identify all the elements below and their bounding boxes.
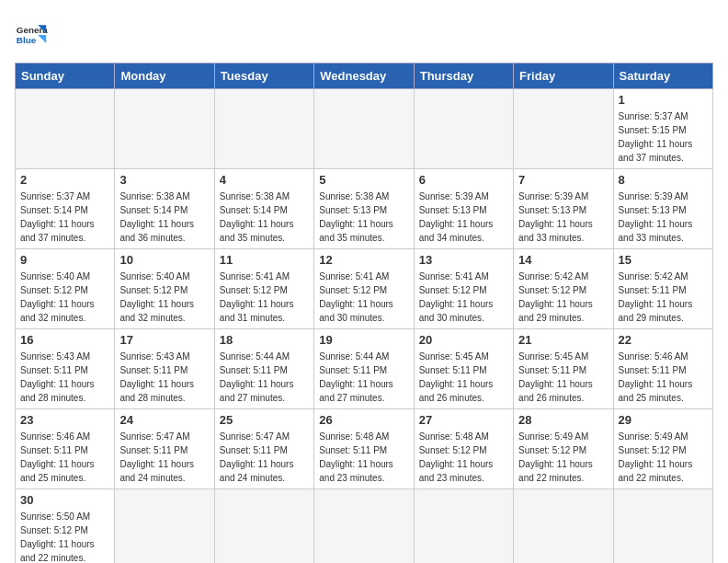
day-number: 21 bbox=[518, 333, 608, 347]
day-info: Sunrise: 5:45 AM Sunset: 5:11 PM Dayligh… bbox=[419, 350, 508, 405]
day-info: Sunrise: 5:42 AM Sunset: 5:11 PM Dayligh… bbox=[619, 270, 708, 325]
calendar-day: 27Sunrise: 5:48 AM Sunset: 5:12 PM Dayli… bbox=[414, 409, 513, 489]
calendar-day: 11Sunrise: 5:41 AM Sunset: 5:12 PM Dayli… bbox=[214, 249, 313, 329]
day-info: Sunrise: 5:43 AM Sunset: 5:11 PM Dayligh… bbox=[20, 350, 109, 405]
header-saturday: Saturday bbox=[613, 63, 712, 89]
svg-marker-3 bbox=[38, 35, 46, 43]
day-info: Sunrise: 5:39 AM Sunset: 5:13 PM Dayligh… bbox=[419, 190, 508, 245]
calendar-day: 18Sunrise: 5:44 AM Sunset: 5:11 PM Dayli… bbox=[214, 329, 313, 409]
day-number: 2 bbox=[20, 173, 109, 187]
day-info: Sunrise: 5:37 AM Sunset: 5:14 PM Dayligh… bbox=[20, 190, 109, 245]
header-sunday: Sunday bbox=[16, 63, 115, 89]
calendar-day: 12Sunrise: 5:41 AM Sunset: 5:12 PM Dayli… bbox=[314, 249, 414, 329]
day-info: Sunrise: 5:41 AM Sunset: 5:12 PM Dayligh… bbox=[220, 270, 309, 325]
calendar-day-empty bbox=[214, 489, 313, 564]
calendar-day: 24Sunrise: 5:47 AM Sunset: 5:11 PM Dayli… bbox=[115, 409, 214, 489]
calendar-day-empty bbox=[115, 489, 214, 564]
calendar-day: 15Sunrise: 5:42 AM Sunset: 5:11 PM Dayli… bbox=[613, 249, 712, 329]
weekday-header-row: Sunday Monday Tuesday Wednesday Thursday… bbox=[16, 63, 713, 89]
day-number: 27 bbox=[419, 413, 508, 427]
svg-text:Blue: Blue bbox=[17, 35, 37, 45]
day-number: 25 bbox=[220, 413, 309, 427]
day-info: Sunrise: 5:46 AM Sunset: 5:11 PM Dayligh… bbox=[619, 350, 708, 405]
day-number: 18 bbox=[220, 333, 309, 347]
day-info: Sunrise: 5:40 AM Sunset: 5:12 PM Dayligh… bbox=[119, 270, 209, 325]
calendar-day: 26Sunrise: 5:48 AM Sunset: 5:11 PM Dayli… bbox=[314, 409, 414, 489]
day-number: 13 bbox=[419, 253, 508, 267]
calendar-day bbox=[514, 89, 613, 169]
calendar-day: 25Sunrise: 5:47 AM Sunset: 5:11 PM Dayli… bbox=[214, 409, 313, 489]
header: General Blue bbox=[15, 15, 713, 52]
day-number: 19 bbox=[319, 333, 408, 347]
day-info: Sunrise: 5:39 AM Sunset: 5:13 PM Dayligh… bbox=[518, 190, 608, 245]
day-info: Sunrise: 5:39 AM Sunset: 5:13 PM Dayligh… bbox=[619, 190, 708, 245]
day-number: 30 bbox=[20, 493, 109, 507]
day-info: Sunrise: 5:44 AM Sunset: 5:11 PM Dayligh… bbox=[319, 350, 408, 405]
day-number: 3 bbox=[119, 173, 209, 187]
day-number: 7 bbox=[518, 173, 608, 187]
calendar-day: 28Sunrise: 5:49 AM Sunset: 5:12 PM Dayli… bbox=[514, 409, 613, 489]
calendar-day bbox=[414, 89, 513, 169]
calendar-day: 19Sunrise: 5:44 AM Sunset: 5:11 PM Dayli… bbox=[314, 329, 414, 409]
day-number: 10 bbox=[119, 253, 209, 267]
calendar-day: 13Sunrise: 5:41 AM Sunset: 5:12 PM Dayli… bbox=[414, 249, 513, 329]
calendar-day bbox=[314, 89, 414, 169]
calendar-day-empty bbox=[613, 489, 712, 564]
calendar-day: 9Sunrise: 5:40 AM Sunset: 5:12 PM Daylig… bbox=[16, 249, 115, 329]
day-number: 1 bbox=[619, 93, 708, 107]
header-friday: Friday bbox=[514, 63, 613, 89]
day-number: 5 bbox=[319, 173, 408, 187]
day-info: Sunrise: 5:38 AM Sunset: 5:14 PM Dayligh… bbox=[119, 190, 209, 245]
calendar-day: 20Sunrise: 5:45 AM Sunset: 5:11 PM Dayli… bbox=[414, 329, 513, 409]
calendar-day-empty bbox=[514, 489, 613, 564]
calendar-day-empty bbox=[314, 489, 414, 564]
day-number: 6 bbox=[419, 173, 508, 187]
header-thursday: Thursday bbox=[414, 63, 513, 89]
day-info: Sunrise: 5:49 AM Sunset: 5:12 PM Dayligh… bbox=[518, 430, 608, 485]
day-info: Sunrise: 5:47 AM Sunset: 5:11 PM Dayligh… bbox=[220, 430, 309, 485]
day-info: Sunrise: 5:42 AM Sunset: 5:12 PM Dayligh… bbox=[518, 270, 608, 325]
calendar-day: 7Sunrise: 5:39 AM Sunset: 5:13 PM Daylig… bbox=[514, 169, 613, 249]
header-tuesday: Tuesday bbox=[214, 63, 313, 89]
calendar-day: 22Sunrise: 5:46 AM Sunset: 5:11 PM Dayli… bbox=[613, 329, 712, 409]
logo: General Blue bbox=[15, 18, 48, 52]
calendar-day: 3Sunrise: 5:38 AM Sunset: 5:14 PM Daylig… bbox=[115, 169, 214, 249]
day-number: 8 bbox=[619, 173, 708, 187]
day-number: 16 bbox=[20, 333, 109, 347]
calendar-day bbox=[16, 89, 115, 169]
calendar-day: 14Sunrise: 5:42 AM Sunset: 5:12 PM Dayli… bbox=[514, 249, 613, 329]
header-monday: Monday bbox=[115, 63, 214, 89]
day-number: 29 bbox=[619, 413, 708, 427]
calendar-day: 5Sunrise: 5:38 AM Sunset: 5:13 PM Daylig… bbox=[314, 169, 414, 249]
day-info: Sunrise: 5:48 AM Sunset: 5:11 PM Dayligh… bbox=[319, 430, 408, 485]
calendar-day: 21Sunrise: 5:45 AM Sunset: 5:11 PM Dayli… bbox=[514, 329, 613, 409]
day-number: 15 bbox=[619, 253, 708, 267]
calendar-day: 4Sunrise: 5:38 AM Sunset: 5:14 PM Daylig… bbox=[214, 169, 313, 249]
day-info: Sunrise: 5:41 AM Sunset: 5:12 PM Dayligh… bbox=[419, 270, 508, 325]
calendar-day: 6Sunrise: 5:39 AM Sunset: 5:13 PM Daylig… bbox=[414, 169, 513, 249]
day-info: Sunrise: 5:48 AM Sunset: 5:12 PM Dayligh… bbox=[419, 430, 508, 485]
day-number: 22 bbox=[619, 333, 708, 347]
calendar-day bbox=[115, 89, 214, 169]
calendar-day: 8Sunrise: 5:39 AM Sunset: 5:13 PM Daylig… bbox=[613, 169, 712, 249]
day-info: Sunrise: 5:43 AM Sunset: 5:11 PM Dayligh… bbox=[119, 350, 209, 405]
day-number: 24 bbox=[119, 413, 209, 427]
day-info: Sunrise: 5:49 AM Sunset: 5:12 PM Dayligh… bbox=[619, 430, 708, 485]
day-number: 14 bbox=[518, 253, 608, 267]
calendar-day: 29Sunrise: 5:49 AM Sunset: 5:12 PM Dayli… bbox=[613, 409, 712, 489]
day-info: Sunrise: 5:40 AM Sunset: 5:12 PM Dayligh… bbox=[20, 270, 109, 325]
day-number: 9 bbox=[20, 253, 109, 267]
day-number: 11 bbox=[220, 253, 309, 267]
calendar-day: 1Sunrise: 5:37 AM Sunset: 5:15 PM Daylig… bbox=[613, 89, 712, 169]
day-number: 12 bbox=[319, 253, 408, 267]
calendar-day: 16Sunrise: 5:43 AM Sunset: 5:11 PM Dayli… bbox=[16, 329, 115, 409]
day-number: 26 bbox=[319, 413, 408, 427]
header-wednesday: Wednesday bbox=[314, 63, 414, 89]
day-info: Sunrise: 5:46 AM Sunset: 5:11 PM Dayligh… bbox=[20, 430, 109, 485]
day-info: Sunrise: 5:47 AM Sunset: 5:11 PM Dayligh… bbox=[119, 430, 209, 485]
day-info: Sunrise: 5:41 AM Sunset: 5:12 PM Dayligh… bbox=[319, 270, 408, 325]
day-info: Sunrise: 5:38 AM Sunset: 5:14 PM Dayligh… bbox=[220, 190, 309, 245]
calendar-day: 10Sunrise: 5:40 AM Sunset: 5:12 PM Dayli… bbox=[115, 249, 214, 329]
calendar-day: 2Sunrise: 5:37 AM Sunset: 5:14 PM Daylig… bbox=[16, 169, 115, 249]
calendar-day: 30Sunrise: 5:50 AM Sunset: 5:12 PM Dayli… bbox=[16, 489, 115, 564]
